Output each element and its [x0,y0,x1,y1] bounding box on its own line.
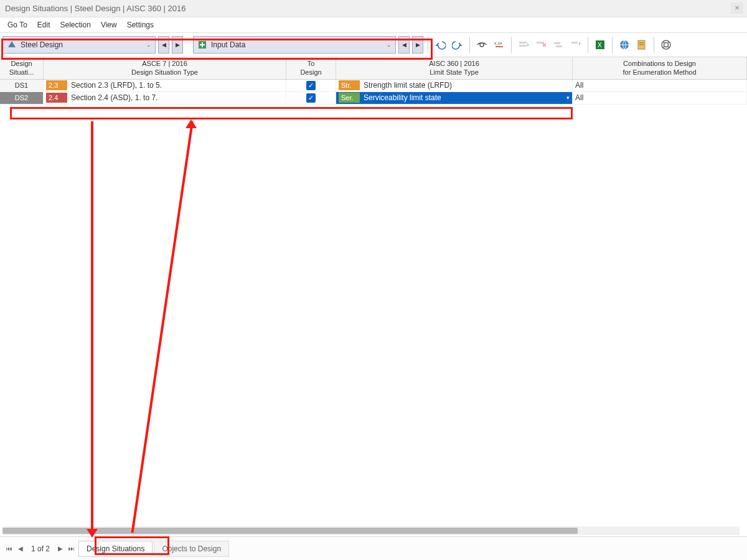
chevron-down-icon: ⌄ [140,42,151,48]
col-header-design-situation[interactable]: Design Situati... [0,57,44,79]
cell-to-design[interactable]: ✓ [286,92,336,104]
tab-design-situations[interactable]: Design Situations [78,541,153,557]
cell-ds-type[interactable]: 2.3 Section 2.3 (LRFD), 1. to 5. [44,80,286,91]
data-grid: Design Situati... ASCE 7 | 2016 Design S… [0,57,747,105]
nav-next-category[interactable]: ▶ [412,36,423,54]
col-header-to-design[interactable]: To Design [286,57,336,79]
svg-text:x.xx: x.xx [494,41,502,45]
cell-ds-type-text: Section 2.4 (ASD), 1. to 7. [71,93,157,102]
menu-view[interactable]: View [101,21,117,29]
undo-icon[interactable] [433,37,448,52]
globe-icon[interactable] [617,37,632,52]
svg-rect-7 [556,45,562,47]
chevron-down-icon: ⌄ [380,42,392,48]
svg-rect-4 [519,45,527,47]
col-header-combinations[interactable]: Combinations to Design for Enumeration M… [573,57,747,79]
separator [612,37,613,53]
svg-text:X: X [598,42,602,49]
separator [588,37,588,53]
combo-data-category-label: Input Data [211,40,245,49]
combo-data-category[interactable]: Input Data ⌄ [193,36,396,54]
show-icon[interactable] [474,37,489,52]
svg-rect-3 [519,42,527,44]
col-header-limit-state[interactable]: AISC 360 | 2016 Limit State Type [336,57,573,79]
title-bar: Design Situations | Steel Design | AISC … [0,0,747,17]
window-title: Design Situations | Steel Design | AISC … [5,4,186,13]
code-badge: 2.4 [46,93,67,103]
limit-state-badge: Str. [339,80,360,90]
code-badge: 2.3 [46,80,67,90]
nav-next-module[interactable]: ▶ [172,36,183,54]
delete-row-icon[interactable] [533,37,548,52]
nav-prev-module[interactable]: ◀ [158,36,169,54]
cell-ds-id: DS2 [0,92,44,104]
input-data-icon [197,40,207,50]
cell-combinations[interactable]: All [573,80,747,91]
cell-limit-state[interactable]: Ser. Serviceability limit state ▾ [336,92,573,104]
cell-ds-id: DS1 [0,80,44,91]
menu-selection[interactable]: Selection [60,21,91,29]
table-row[interactable]: DS1 2.3 Section 2.3 (LRFD), 1. to 5. ✓ S… [0,80,747,92]
pager-last-icon[interactable]: ⏭ [66,542,77,556]
excel-export-icon[interactable]: X [593,37,608,52]
svg-rect-8 [571,42,578,44]
annotation-box [10,107,573,119]
svg-rect-5 [537,42,544,44]
svg-rect-14 [639,44,644,45]
horizontal-scrollbar[interactable] [2,526,740,535]
menu-settings[interactable]: Settings [127,21,154,29]
steel-icon [7,40,17,50]
table-row[interactable]: DS2 2.4 Section 2.4 (ASD), 1. to 7. ✓ Se… [0,92,747,105]
checkbox-checked-icon[interactable]: ✓ [306,81,316,90]
insert-row-icon[interactable] [516,37,531,52]
svg-rect-13 [639,42,644,44]
svg-point-16 [664,43,669,47]
annotation-line [91,121,93,532]
limit-state-badge: Ser. [339,93,360,103]
cell-to-design[interactable]: ✓ [286,80,336,91]
separator [428,37,428,53]
footer: ⏮ ◀ 1 of 2 ▶ ⏭ Design Situations Objects… [0,536,747,560]
close-button[interactable]: × [731,2,743,14]
tab-objects-to-design[interactable]: Objects to Design [154,541,229,557]
svg-point-1 [480,43,484,47]
pager-prev-icon[interactable]: ◀ [15,542,26,556]
separator [469,37,470,53]
menu-edit[interactable]: Edit [37,21,50,29]
combo-design-module-label: Steel Design [21,40,63,49]
dropdown-chevron-icon[interactable]: ▾ [566,95,570,101]
annotation-line [131,121,194,533]
precision-icon[interactable]: x.xx [492,37,507,52]
cell-ds-type[interactable]: 2.4 Section 2.4 (ASD), 1. to 7. [44,92,286,104]
checkbox-checked-icon[interactable]: ✓ [306,93,316,103]
pager-next-icon[interactable]: ▶ [55,542,66,556]
scrollbar-thumb[interactable] [2,528,578,534]
settings-sheet-icon[interactable] [634,37,649,52]
separator [654,37,654,53]
menu-goto[interactable]: Go To [7,21,27,29]
move-row-icon[interactable] [568,37,583,52]
menu-bar: Go To Edit Selection View Settings [0,17,747,32]
cell-limit-state-text: Serviceability limit state [364,93,441,102]
col-header-type[interactable]: ASCE 7 | 2016 Design Situation Type [44,57,286,79]
nav-prev-category[interactable]: ◀ [398,36,410,54]
toolbar: Steel Design ⌄ ◀ ▶ Input Data ⌄ ◀ ▶ x.xx… [0,32,747,57]
help-icon[interactable] [659,37,674,52]
copy-row-icon[interactable] [551,37,566,52]
pager-text: 1 of 2 [26,544,55,553]
cell-limit-state[interactable]: Str. Strength limit state (LRFD) [336,80,573,91]
pager-first-icon[interactable]: ⏮ [4,542,15,556]
svg-rect-6 [554,42,560,44]
cell-ds-type-text: Section 2.3 (LRFD), 1. to 5. [71,81,162,90]
separator [511,37,512,53]
redo-icon[interactable] [450,37,465,52]
combo-design-module[interactable]: Steel Design ⌄ [2,36,156,54]
annotation-arrowhead [186,119,197,128]
grid-header: Design Situati... ASCE 7 | 2016 Design S… [0,57,747,80]
cell-limit-state-text: Strength limit state (LRFD) [364,81,452,90]
cell-combinations[interactable]: All [573,92,747,104]
